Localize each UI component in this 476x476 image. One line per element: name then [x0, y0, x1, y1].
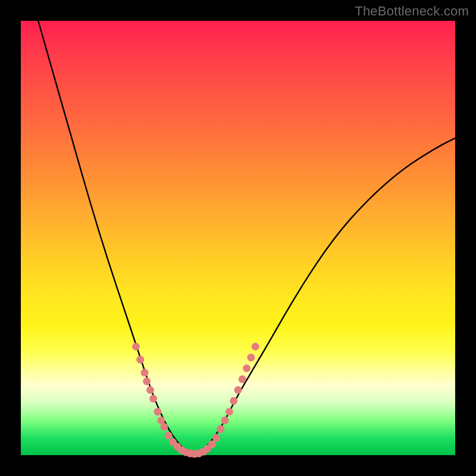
- trough-marker: [149, 395, 157, 403]
- trough-marker: [165, 432, 173, 440]
- plot-area: [21, 21, 455, 455]
- trough-marker: [226, 408, 233, 416]
- trough-marker: [243, 365, 250, 372]
- trough-marker: [143, 377, 151, 385]
- trough-marker: [252, 343, 259, 350]
- bottleneck-curve-svg: [21, 21, 455, 455]
- trough-marker: [141, 369, 149, 377]
- trough-marker: [234, 386, 242, 394]
- bottleneck-curve: [38, 21, 455, 454]
- chart-frame: TheBottleneck.com: [0, 0, 476, 476]
- trough-marker: [160, 423, 168, 431]
- trough-marker: [212, 434, 220, 441]
- trough-marker: [146, 386, 154, 394]
- trough-markers: [132, 343, 259, 458]
- trough-marker: [217, 425, 224, 433]
- trough-marker: [136, 356, 144, 364]
- trough-marker: [239, 375, 246, 383]
- watermark-text: TheBottleneck.com: [355, 4, 469, 19]
- trough-marker: [132, 343, 140, 350]
- trough-marker: [247, 353, 255, 361]
- trough-marker: [221, 416, 229, 424]
- trough-marker: [208, 440, 216, 448]
- trough-marker: [230, 397, 237, 405]
- curve-group: [38, 21, 455, 458]
- trough-marker: [154, 408, 161, 416]
